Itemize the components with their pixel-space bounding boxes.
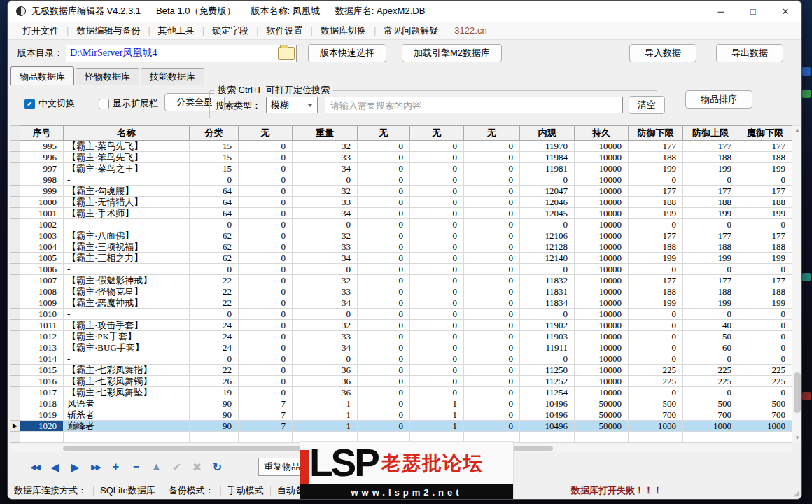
- grid-row-1018[interactable]: 1018风语者90710101049650000500500500: [10, 398, 792, 410]
- grid-cell[interactable]: 1: [410, 398, 464, 410]
- grid-cell[interactable]: 0: [738, 387, 792, 398]
- grid-cell[interactable]: 0: [464, 331, 520, 342]
- grid-cell[interactable]: 32: [293, 320, 358, 331]
- grid-cell[interactable]: 0: [239, 286, 293, 298]
- prev-button[interactable]: ◀: [45, 457, 65, 477]
- grid-cell[interactable]: 12047: [520, 186, 575, 197]
- grid-cell[interactable]: 1009: [20, 298, 64, 309]
- grid-row-1008[interactable]: 1008【霸主·怪物克星】220330001183110000188188188: [10, 286, 792, 298]
- grid-cell[interactable]: 36: [293, 376, 358, 387]
- grid-cell[interactable]: 【霸主·笨鸟先飞】: [64, 152, 190, 163]
- item-sort-button[interactable]: 物品排序: [685, 90, 752, 108]
- grid-cell[interactable]: 199: [738, 163, 792, 174]
- menu-item-2[interactable]: 其他工具: [150, 24, 202, 37]
- grid-cell[interactable]: 0: [629, 331, 683, 342]
- grid-cell[interactable]: 225: [738, 376, 792, 387]
- clear-button[interactable]: 清空: [629, 96, 665, 114]
- grid-cell[interactable]: 【霸主·怪物克星】: [64, 286, 190, 298]
- grid-cell[interactable]: 0: [629, 264, 683, 275]
- grid-cell[interactable]: 0: [239, 387, 293, 398]
- grid-cell[interactable]: 177: [683, 141, 738, 152]
- resize-grip-icon[interactable]: ◢: [794, 489, 799, 498]
- grid-cell[interactable]: 1000: [20, 197, 64, 208]
- grid-row-1001[interactable]: 1001【霸主·手术师】640340001204510000199199199: [10, 208, 792, 219]
- grid-cell[interactable]: 225: [738, 365, 792, 376]
- grid-cell[interactable]: 0: [683, 387, 738, 398]
- grid-cell[interactable]: 0: [464, 230, 520, 241]
- grid-cell[interactable]: 1018: [20, 398, 64, 410]
- grid-cell[interactable]: 90: [190, 398, 239, 410]
- grid-cell[interactable]: 199: [629, 163, 683, 174]
- grid-cell[interactable]: 1000: [629, 421, 683, 432]
- grid-cell[interactable]: 15: [190, 152, 239, 163]
- grid-cell[interactable]: 0: [358, 421, 410, 432]
- grid-cell[interactable]: 0: [629, 387, 683, 398]
- grid-cell[interactable]: 0: [464, 410, 520, 421]
- grid-cell[interactable]: 225: [629, 365, 683, 376]
- minimize-icon[interactable]: ─: [705, 1, 737, 22]
- grid-cell[interactable]: 1006: [20, 264, 64, 275]
- grid-cell[interactable]: 199: [629, 253, 683, 264]
- version-path-input[interactable]: [66, 48, 278, 59]
- menu-item-6[interactable]: 常见问题解疑: [376, 24, 446, 37]
- grid-row-1010[interactable]: 1010-000000010000000: [10, 309, 792, 320]
- grid-cell[interactable]: 0: [464, 197, 520, 208]
- grid-cell[interactable]: 1: [410, 421, 464, 432]
- grid-cell[interactable]: 0: [410, 152, 464, 163]
- grid-cell[interactable]: 0: [738, 174, 792, 186]
- grid-cell[interactable]: 【霸主·三项祝福】: [64, 241, 190, 253]
- grid-row-996[interactable]: 996【霸主·笨鸟先飞】150330001198410000188188188: [10, 152, 792, 163]
- grid-cell[interactable]: 0: [239, 275, 293, 286]
- grid-row-1016[interactable]: 1016【霸主·七彩凤舞镯】26036000112521000022522522…: [10, 376, 792, 387]
- grid-cell[interactable]: 1003: [20, 230, 64, 241]
- grid-row-1003[interactable]: 1003【霸主·八面佛】620320001210610000177177177: [10, 230, 792, 241]
- grid-cell[interactable]: 1004: [20, 241, 64, 253]
- grid-cell[interactable]: 199: [738, 208, 792, 219]
- grid-cell[interactable]: 10000: [575, 354, 629, 365]
- tab-items[interactable]: 物品数据库: [10, 66, 74, 85]
- grid-cell[interactable]: 0: [358, 197, 410, 208]
- grid-cell[interactable]: 188: [738, 152, 792, 163]
- grid-cell[interactable]: 0: [464, 342, 520, 354]
- grid-cell[interactable]: 0: [358, 298, 410, 309]
- edit-button[interactable]: ▲: [146, 457, 167, 477]
- grid-row-1017[interactable]: 1017【霸主·七彩凤舞坠】190360001125410000000: [10, 387, 792, 398]
- grid-cell[interactable]: 10000: [575, 197, 629, 208]
- grid-cell[interactable]: 【霸主·攻击手套】: [64, 320, 190, 331]
- first-button[interactable]: ◀◀: [24, 457, 45, 477]
- grid-cell[interactable]: 11254: [520, 387, 575, 398]
- grid-cell[interactable]: 1015: [20, 365, 64, 376]
- import-data-button[interactable]: 导入数据: [629, 44, 696, 62]
- grid-cell[interactable]: 1: [410, 410, 464, 421]
- grid-cell[interactable]: 90: [190, 410, 239, 421]
- grid-cell[interactable]: 0: [683, 309, 738, 320]
- menu-item-5[interactable]: 数据库切换: [313, 24, 374, 37]
- grid-cell[interactable]: 10000: [575, 376, 629, 387]
- grid-cell[interactable]: 0: [358, 354, 410, 365]
- grid-row-998[interactable]: 998-000000010000000: [10, 174, 792, 186]
- close-icon[interactable]: ✕: [769, 1, 802, 22]
- grid-cell[interactable]: 0: [239, 342, 293, 354]
- grid-cell[interactable]: 0: [410, 219, 464, 230]
- grid-cell[interactable]: 10000: [575, 365, 629, 376]
- grid-cell[interactable]: 0: [464, 152, 520, 163]
- insert-button[interactable]: +: [106, 457, 126, 477]
- grid-cell[interactable]: 0: [293, 354, 358, 365]
- grid-cell[interactable]: 177: [738, 186, 792, 197]
- grid-cell[interactable]: 0: [239, 141, 293, 152]
- grid-cell[interactable]: 62: [190, 241, 239, 253]
- grid-cell[interactable]: 700: [738, 410, 792, 421]
- grid-cell[interactable]: 199: [683, 298, 738, 309]
- grid-cell[interactable]: 22: [190, 298, 239, 309]
- grid-cell[interactable]: 199: [738, 253, 792, 264]
- grid-cell[interactable]: 0: [239, 208, 293, 219]
- grid-cell[interactable]: 0: [464, 354, 520, 365]
- grid-cell[interactable]: 177: [683, 186, 738, 197]
- column-header-4[interactable]: 重量: [293, 126, 358, 141]
- grid-cell[interactable]: 0: [410, 354, 464, 365]
- grid-cell[interactable]: 【霸主·假魅影神戒】: [64, 275, 190, 286]
- grid-cell[interactable]: 995: [20, 141, 64, 152]
- menu-item-4[interactable]: 软件设置: [259, 24, 311, 37]
- grid-cell[interactable]: 10000: [575, 208, 629, 219]
- grid-row-1011[interactable]: 1011【霸主·攻击手套】2403200011902100000400: [10, 320, 792, 331]
